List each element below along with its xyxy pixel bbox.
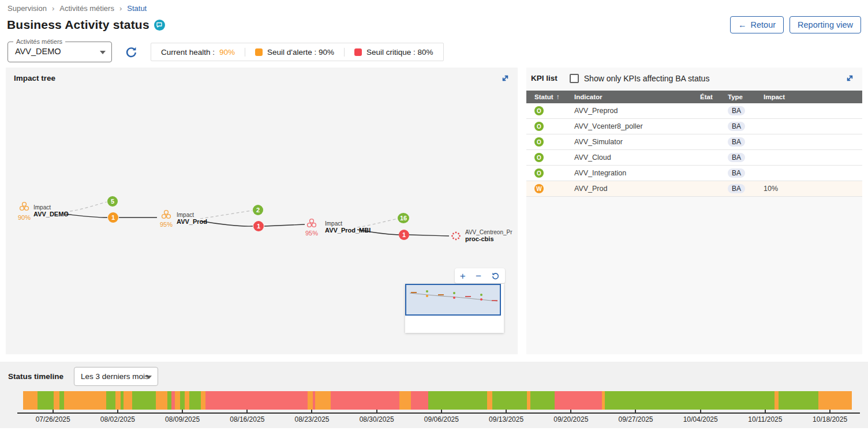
timeline-date-label: 10/04/2025 — [683, 415, 718, 423]
tree-badge-ok[interactable]: 5 — [107, 196, 118, 207]
tree-badge-ok[interactable]: 2 — [253, 205, 263, 215]
timeline-segment-ok[interactable] — [605, 391, 775, 410]
comment-bubble-icon[interactable] — [154, 20, 165, 31]
tree-node-proc-cbis[interactable]: AVV_Centreon_Pr proc-cbis — [451, 229, 512, 242]
timeline-segment-ok[interactable] — [530, 391, 555, 410]
timeline-period-select[interactable]: Les 3 derniers mois — [74, 367, 158, 386]
timeline-segment-warning[interactable] — [124, 391, 132, 410]
kpi-row[interactable]: WAVV_ProdBA10% — [526, 181, 862, 197]
timeline-segment-warning[interactable] — [487, 391, 492, 410]
zoom-out-button[interactable]: − — [476, 271, 481, 281]
timeline-segment-ok[interactable] — [38, 391, 54, 410]
tree-edge-dashed — [200, 211, 252, 219]
expand-icon — [844, 73, 855, 84]
timeline-segment-ok[interactable] — [428, 391, 487, 410]
kpi-indicator: AVV_Cloud — [566, 153, 692, 162]
timeline-segment-warning[interactable] — [115, 391, 121, 410]
refresh-button[interactable] — [125, 46, 138, 59]
tree-minimap[interactable] — [405, 284, 504, 333]
kpi-type-cell: BA — [720, 122, 755, 131]
tree-badge-critical[interactable]: 1 — [399, 230, 409, 240]
column-header-etat[interactable]: État — [692, 93, 720, 100]
timeline-segment-ok[interactable] — [189, 391, 201, 410]
column-header-indicator[interactable]: Indicator — [566, 93, 692, 100]
cluster-icon — [162, 211, 171, 219]
axis-tick — [765, 410, 766, 412]
back-button[interactable]: ← Retour — [730, 16, 784, 33]
kpi-type-chip: BA — [728, 168, 745, 178]
tree-badge-ok[interactable]: 16 — [398, 213, 409, 223]
timeline-segment-warning[interactable] — [399, 391, 411, 410]
timeline-segment-ok[interactable] — [59, 391, 64, 410]
timeline-segment-ok[interactable] — [180, 391, 185, 410]
timeline-segment-ok[interactable] — [132, 391, 156, 410]
breadcrumb-separator: › — [52, 4, 54, 13]
kpi-type-chip: BA — [728, 106, 745, 115]
timeline-segment-warning[interactable] — [185, 391, 189, 410]
kpi-row[interactable]: OAVV_PreprodBA — [526, 103, 862, 119]
breadcrumb-supervision[interactable]: Supervision — [8, 4, 47, 13]
chevron-down-icon — [100, 51, 106, 54]
timeline-segment-warning[interactable] — [315, 391, 331, 410]
timeline-segment-warning[interactable] — [175, 391, 180, 410]
kpi-row[interactable]: OAVV_Vcenter8_pollerBA — [526, 119, 862, 134]
tree-node-avv-demo[interactable]: 90% Impact AVV_DEMO — [18, 202, 69, 221]
business-activity-select[interactable]: Activités métiers AVV_DEMO — [8, 42, 112, 62]
tree-node-avv-prod[interactable]: 95% Impact AVV_Prod — [160, 211, 207, 228]
axis-tick — [246, 410, 248, 412]
svg-text:95%: 95% — [305, 230, 318, 237]
timeline-segment-warning[interactable] — [156, 391, 167, 410]
timeline-segment-ok[interactable] — [167, 391, 171, 410]
timeline-segment-critical[interactable] — [411, 391, 428, 410]
status-timeline-title: Status timeline — [8, 372, 63, 381]
tree-node-avv-prod-mbi[interactable]: 95% Impact AVV_Prod_MBI — [305, 219, 371, 237]
kpi-indicator: AVV_Prod — [566, 185, 692, 193]
timeline-segment-warning[interactable] — [818, 391, 852, 410]
timeline-date-label: 10/18/2025 — [813, 415, 847, 423]
column-header-statut[interactable]: Statut ↑ — [526, 93, 566, 101]
kpi-list-expand-button[interactable] — [844, 73, 855, 84]
timeline-segment-warning[interactable] — [54, 391, 59, 410]
tree-edge — [65, 214, 107, 217]
timeline-date-label: 09/20/2025 — [553, 415, 588, 423]
timeline-segment-warning[interactable] — [308, 391, 313, 410]
svg-text:16: 16 — [400, 215, 407, 222]
svg-text:95%: 95% — [160, 221, 173, 228]
timeline-segment-warning[interactable] — [201, 391, 205, 410]
zoom-reset-button[interactable] — [491, 272, 500, 280]
kpi-row[interactable]: OAVV_IntegrationBA — [526, 166, 862, 181]
show-only-kpis-checkbox[interactable] — [570, 74, 579, 83]
kpi-row[interactable]: OAVV_CloudBA — [526, 150, 862, 166]
timeline-segment-ok[interactable] — [779, 391, 818, 410]
kpi-row[interactable]: OAVV_SimulatorBA — [526, 134, 862, 150]
axis-tick — [700, 410, 701, 412]
axis-tick — [635, 410, 636, 412]
minimap-tree-sketch — [406, 285, 500, 314]
svg-text:AVV_Prod: AVV_Prod — [177, 218, 207, 225]
health-legend: Current health : 90% Seuil d'alerte : 90… — [151, 43, 444, 61]
timeline-segment-ok[interactable] — [106, 391, 115, 410]
column-header-impact[interactable]: Impact — [755, 93, 862, 100]
kpi-type-chip: BA — [728, 184, 745, 193]
timeline-segment-ok[interactable] — [492, 391, 527, 410]
timeline-segment-critical[interactable] — [555, 391, 602, 410]
tree-badge-warning[interactable]: 1 — [108, 212, 118, 223]
minimap-viewport[interactable] — [405, 284, 501, 316]
reporting-view-button[interactable]: Reporting view — [790, 16, 861, 33]
svg-text:1: 1 — [111, 214, 115, 221]
kpi-type-chip: BA — [728, 153, 745, 162]
svg-text:1: 1 — [257, 223, 260, 230]
breadcrumb-activites-metiers[interactable]: Activités métiers — [59, 4, 114, 13]
zoom-in-button[interactable]: + — [460, 271, 466, 281]
timeline-segment-critical[interactable] — [205, 391, 308, 410]
tree-badge-critical[interactable]: 1 — [253, 221, 264, 231]
column-header-type[interactable]: Type — [720, 93, 755, 100]
timeline-segment-warning[interactable] — [23, 391, 38, 410]
timeline-segment-critical[interactable] — [331, 391, 399, 410]
breadcrumb-statut[interactable]: Statut — [127, 4, 147, 13]
timeline-date-label: 08/30/2025 — [360, 415, 394, 423]
warning-threshold: Seuil d'alerte : 90% — [245, 48, 344, 57]
timeline-segment-warning[interactable] — [64, 391, 106, 410]
timeline-segment-warning[interactable] — [775, 391, 779, 410]
timeline-date-label: 08/16/2025 — [230, 415, 264, 423]
